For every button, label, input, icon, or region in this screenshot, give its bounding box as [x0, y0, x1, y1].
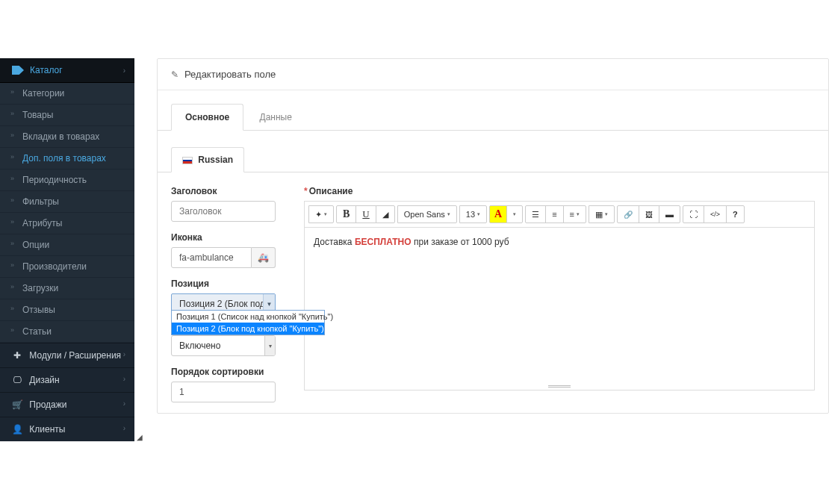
font-family-select[interactable]: Open Sans ▾ [397, 205, 457, 223]
title-input[interactable] [171, 201, 276, 222]
codeview-button[interactable] [704, 205, 727, 223]
panel-title: Редактировать поле [184, 69, 276, 80]
tab-data[interactable]: Данные [246, 105, 305, 130]
tab-main[interactable]: Основное [171, 104, 243, 131]
field-icon: Иконка 🚑 [171, 232, 289, 268]
sidebar-modules[interactable]: ✚ Модули / Расширения › [0, 343, 134, 367]
lang-tab-russian[interactable]: Russian [171, 147, 244, 172]
editor-text: Доставка [314, 237, 355, 247]
field-description: *Описание ▾ B U Open Sans ▾ [304, 186, 815, 391]
user-icon: 👤 [12, 424, 22, 435]
sidebar-item-categories[interactable]: »Категории [0, 83, 134, 105]
sidebar-clients[interactable]: 👤 Клиенты › [0, 417, 134, 441]
chevron-right-icon: › [123, 424, 125, 432]
cart-icon: 🛒 [12, 399, 22, 410]
sidebar-item-recurring[interactable]: »Периодичность [0, 169, 134, 191]
fullscreen-button[interactable] [683, 205, 704, 223]
clear-format-button[interactable] [376, 205, 395, 223]
position-label: Позиция [171, 279, 289, 289]
help-button[interactable] [726, 205, 745, 223]
sidebar-item-tabs[interactable]: »Вкладки в товарах [0, 126, 134, 148]
chevron-right-icon: › [123, 375, 125, 383]
pencil-icon: ✎ [171, 69, 178, 80]
position-dropdown: Позиция 1 (Список над кнопкой "Купить") … [171, 310, 325, 335]
video-button[interactable] [659, 205, 680, 223]
field-sort: Порядок сортировки [171, 367, 289, 402]
chevron-right-icon: › [123, 350, 125, 358]
image-button[interactable] [639, 205, 659, 223]
font-color-button[interactable]: A [489, 205, 507, 223]
icon-input[interactable] [171, 247, 252, 268]
sidebar-item-reviews[interactable]: »Отзывы [0, 299, 134, 321]
main-tabs: Основное Данные [158, 104, 828, 131]
font-size-select[interactable]: 13▾ [459, 205, 487, 223]
field-title: Заголовок [171, 186, 289, 222]
chevron-right-icon: › [123, 399, 125, 408]
icon-picker-button[interactable]: 🚑 [252, 247, 276, 268]
position-option-1[interactable]: Позиция 1 (Список над кнопкой "Купить") [172, 311, 324, 323]
caret-down-icon: ▾ [264, 336, 275, 355]
chevron-right-icon: › [123, 66, 125, 75]
desc-label: *Описание [304, 186, 815, 196]
sidebar-item-downloads[interactable]: »Загрузки [0, 278, 134, 299]
editor-toolbar: ▾ B U Open Sans ▾ 13▾ [304, 201, 815, 228]
flag-ru-icon [182, 157, 193, 164]
puzzle-icon: ✚ [12, 350, 22, 361]
editor-text-2: при заказе от 1000 руб [412, 237, 509, 247]
position-option-2[interactable]: Позиция 2 (Блок под кнопкой "Купить") [172, 323, 324, 335]
list-ol-button[interactable] [545, 205, 563, 223]
sidebar: Каталог › »Категории »Товары »Вкладки в … [0, 58, 134, 441]
field-status: Включено ▾ [171, 335, 289, 356]
monitor-icon: 🖵 [12, 375, 22, 385]
editor-resize-handle[interactable] [548, 385, 571, 388]
sidebar-design[interactable]: 🖵 Дизайн › [0, 367, 134, 392]
sidebar-item-filters[interactable]: »Фильтры [0, 191, 134, 213]
sidebar-catalog[interactable]: Каталог › [0, 58, 134, 83]
list-ul-button[interactable] [525, 205, 546, 223]
pane-handle-icon[interactable]: ◢ [137, 433, 143, 441]
editor-body[interactable]: Доставка БЕСПЛАТНО при заказе от 1000 ру… [304, 228, 815, 391]
ambulance-icon: 🚑 [258, 252, 269, 263]
table-button[interactable]: ▾ [589, 205, 615, 223]
sort-label: Порядок сортировки [171, 367, 289, 377]
editor-highlight: БЕСПЛАТНО [355, 237, 412, 247]
title-label: Заголовок [171, 186, 289, 196]
panel-header: ✎ Редактировать поле [158, 59, 828, 90]
paragraph-button[interactable]: ▾ [563, 205, 586, 223]
status-select[interactable]: Включено ▾ [171, 335, 276, 356]
font-color-more[interactable]: ▾ [506, 205, 523, 223]
field-position: Позиция Позиция 2 (Блок под ▼ Позиция 1 … [171, 279, 289, 314]
content-pane: ✎ Редактировать поле Основное Данные Rus… [134, 58, 829, 441]
sidebar-sales[interactable]: 🛒 Продажи › [0, 392, 134, 417]
sidebar-item-articles[interactable]: »Статьи [0, 321, 134, 343]
sidebar-catalog-label: Каталог [30, 65, 63, 75]
sidebar-item-fields[interactable]: »Доп. поля в товарах [0, 148, 134, 169]
sidebar-item-options[interactable]: »Опции [0, 234, 134, 256]
link-button[interactable] [617, 205, 639, 223]
sidebar-item-manufacturers[interactable]: »Производители [0, 256, 134, 278]
tag-icon [12, 66, 24, 75]
sort-input[interactable] [171, 382, 276, 402]
bold-button[interactable]: B [336, 205, 356, 223]
edit-panel: ✎ Редактировать поле Основное Данные Rus… [157, 58, 829, 414]
icon-label: Иконка [171, 232, 289, 243]
style-button[interactable]: ▾ [308, 205, 334, 223]
underline-button[interactable]: U [355, 205, 376, 223]
lang-tabs: Russian [158, 147, 828, 172]
sidebar-item-products[interactable]: »Товары [0, 105, 134, 126]
sidebar-item-attributes[interactable]: »Атрибуты [0, 213, 134, 234]
